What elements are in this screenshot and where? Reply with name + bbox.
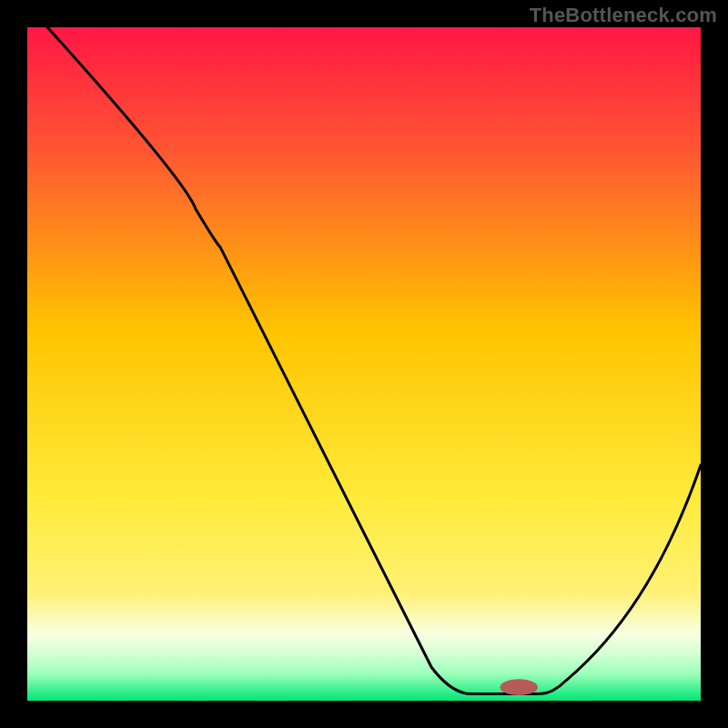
chart-container: TheBottleneck.com (0, 0, 728, 728)
optimal-marker (500, 679, 537, 695)
plot-area (27, 27, 701, 701)
bottleneck-chart (0, 0, 728, 728)
watermark-text: TheBottleneck.com (530, 4, 717, 27)
